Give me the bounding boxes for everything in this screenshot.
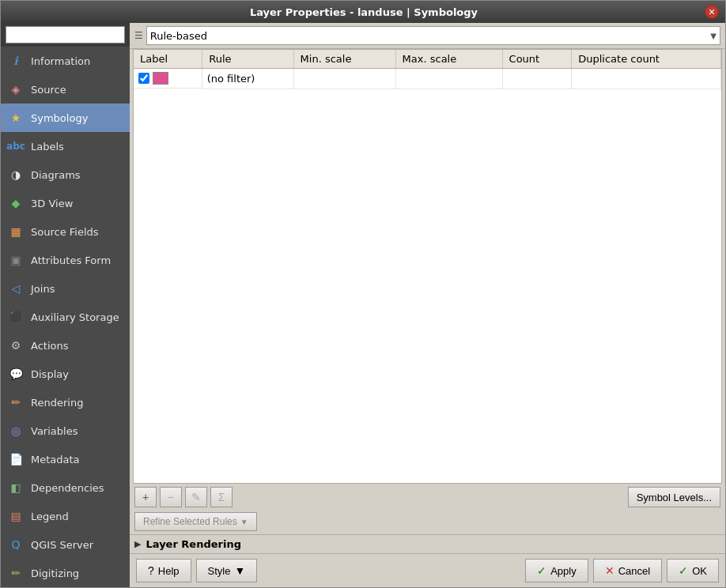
row-rule-cell: (no filter) <box>202 69 293 89</box>
renderer-dropdown[interactable]: Rule-based ▼ <box>146 26 720 45</box>
sidebar-label-joins: Joins <box>31 283 55 295</box>
apply-button[interactable]: ✓ Apply <box>525 559 588 582</box>
source-fields-icon: ▦ <box>7 223 25 240</box>
metadata-icon: 📄 <box>7 450 25 468</box>
sidebar-item-source-fields[interactable]: ▦Source Fields <box>1 217 130 246</box>
sidebar-item-metadata[interactable]: 📄Metadata <box>1 445 130 473</box>
sidebar-label-information: Information <box>31 55 90 67</box>
qgis-server-icon: Q <box>7 536 25 553</box>
sidebar-label-dependencies: Dependencies <box>31 482 104 494</box>
ok-button[interactable]: ✓ OK <box>667 559 719 582</box>
sidebar-item-auxiliary-storage[interactable]: ⬛Auxiliary Storage <box>1 303 130 331</box>
refine-btn-label: Refine Selected Rules <box>143 516 237 527</box>
sidebar-item-3dview[interactable]: ◆3D View <box>1 189 130 217</box>
sidebar-label-labels: Labels <box>31 141 64 153</box>
sidebar-item-source[interactable]: ◈Source <box>1 75 130 104</box>
sidebar-label-variables: Variables <box>31 425 78 437</box>
layer-rendering-label: Layer Rendering <box>146 538 241 550</box>
dropdown-arrow: ▼ <box>710 32 717 40</box>
rule-color-swatch[interactable] <box>153 72 168 85</box>
cancel-label: Cancel <box>618 565 650 577</box>
sidebar-items-container: ℹInformation◈Source★SymbologyabcLabels◑D… <box>1 47 130 587</box>
sidebar-label-symbology: Symbology <box>31 112 88 124</box>
layer-rendering-expand-icon[interactable]: ▶ <box>134 539 141 549</box>
sidebar-label-digitizing: Digitizing <box>31 567 79 579</box>
refine-arrow-icon: ▼ <box>240 518 248 526</box>
close-button[interactable]: ✕ <box>705 5 719 19</box>
layer-properties-window: Layer Properties - landuse | Symbology ✕… <box>0 0 726 588</box>
sidebar-label-attributes-form: Attributes Form <box>31 254 111 266</box>
search-box <box>1 23 130 47</box>
row-label-cell <box>134 69 202 89</box>
col-header-duplicate-count: Duplicate count <box>572 50 721 69</box>
style-arrow-icon: ▼ <box>234 564 245 577</box>
row-max-scale-cell <box>395 69 502 89</box>
footer-right: ✓ Apply ✕ Cancel ✓ OK <box>525 559 719 582</box>
sidebar-item-diagrams[interactable]: ◑Diagrams <box>1 160 130 189</box>
remove-rule-button[interactable]: − <box>160 487 182 507</box>
sidebar-item-attributes-form[interactable]: ▣Attributes Form <box>1 246 130 274</box>
cancel-button[interactable]: ✕ Cancel <box>593 559 662 582</box>
table-header: LabelRuleMin. scaleMax. scaleCountDuplic… <box>134 50 721 69</box>
sidebar-item-dependencies[interactable]: ◧Dependencies <box>1 473 130 502</box>
sidebar-item-display[interactable]: 💬Display <box>1 360 130 388</box>
sidebar-item-digitizing[interactable]: ✏Digitizing <box>1 559 130 587</box>
rendering-icon: ✏ <box>7 394 25 411</box>
sidebar-item-labels[interactable]: abcLabels <box>1 132 130 160</box>
auxiliary-storage-icon: ⬛ <box>7 308 25 326</box>
labels-icon: abc <box>7 138 25 155</box>
table-row: (no filter) <box>134 69 721 89</box>
actions-icon: ⚙ <box>7 337 25 354</box>
style-label: Style <box>208 565 231 577</box>
symbol-levels-button[interactable]: Symbol Levels... <box>628 487 720 507</box>
sidebar-label-actions: Actions <box>31 340 69 352</box>
information-icon: ℹ <box>7 52 25 70</box>
cancel-x-icon: ✕ <box>605 564 614 577</box>
add-rule-button[interactable]: + <box>134 487 157 507</box>
sidebar-item-information[interactable]: ℹInformation <box>1 47 130 75</box>
bottom-toolbar: + − ✎ Σ Symbol Levels... <box>130 484 725 511</box>
sidebar: ℹInformation◈Source★SymbologyabcLabels◑D… <box>1 23 130 587</box>
refine-selected-rules-button[interactable]: Refine Selected Rules ▼ <box>134 512 257 531</box>
sidebar-item-legend[interactable]: ▤Legend <box>1 502 130 530</box>
sidebar-item-joins[interactable]: ◁Joins <box>1 274 130 303</box>
refine-row: Refine Selected Rules ▼ <box>130 511 725 534</box>
sidebar-label-display: Display <box>31 368 69 380</box>
row-count-cell <box>502 69 572 89</box>
table-header-row: LabelRuleMin. scaleMax. scaleCountDuplic… <box>134 50 721 69</box>
diagrams-icon: ◑ <box>7 166 25 183</box>
row-duplicate-count-cell <box>572 69 721 89</box>
joins-icon: ◁ <box>7 280 25 297</box>
sidebar-item-qgis-server[interactable]: QQGIS Server <box>1 530 130 559</box>
style-button[interactable]: Style ▼ <box>196 559 258 582</box>
row-min-scale-cell <box>293 69 395 89</box>
search-input[interactable] <box>6 26 125 43</box>
help-icon: ? <box>148 564 154 577</box>
ok-label: OK <box>692 565 707 577</box>
sidebar-label-source-fields: Source Fields <box>31 226 99 238</box>
edit-rule-button[interactable]: ✎ <box>185 487 207 507</box>
variables-icon: ◎ <box>7 422 25 439</box>
dependencies-icon: ◧ <box>7 479 25 496</box>
col-header-rule: Rule <box>202 50 293 69</box>
sidebar-item-variables[interactable]: ◎Variables <box>1 416 130 445</box>
rules-table-container: LabelRuleMin. scaleMax. scaleCountDuplic… <box>133 49 722 484</box>
apply-check-icon: ✓ <box>537 564 546 577</box>
help-label: Help <box>158 565 180 577</box>
sigma-button[interactable]: Σ <box>210 487 233 507</box>
rule-checkbox[interactable] <box>138 73 149 84</box>
footer-left: ? Help Style ▼ <box>136 559 257 582</box>
sidebar-label-auxiliary-storage: Auxiliary Storage <box>31 311 119 323</box>
sidebar-label-diagrams: Diagrams <box>31 169 81 181</box>
sidebar-label-legend: Legend <box>31 511 69 522</box>
col-header-max--scale: Max. scale <box>395 50 502 69</box>
sidebar-item-rendering[interactable]: ✏Rendering <box>1 388 130 416</box>
ok-check-icon: ✓ <box>679 564 688 577</box>
3dview-icon: ◆ <box>7 194 25 212</box>
legend-icon: ▤ <box>7 507 25 525</box>
col-header-count: Count <box>502 50 572 69</box>
help-button[interactable]: ? Help <box>136 559 191 582</box>
renderer-label: Rule-based <box>150 30 207 42</box>
sidebar-item-actions[interactable]: ⚙Actions <box>1 331 130 360</box>
sidebar-item-symbology[interactable]: ★Symbology <box>1 104 130 132</box>
